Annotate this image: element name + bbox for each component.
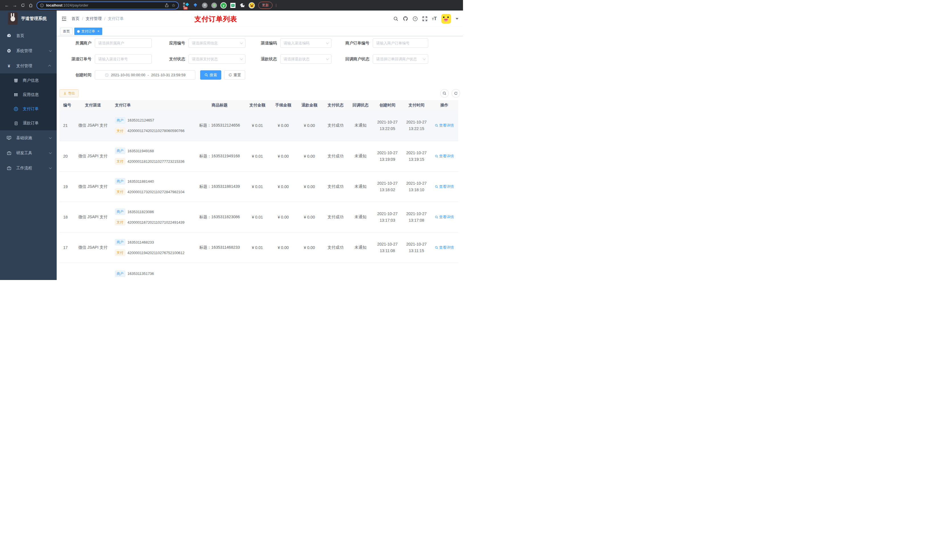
site-info-icon[interactable] [40, 3, 44, 8]
toggle-search-button[interactable] [440, 89, 449, 98]
channel-tag: 支付 [115, 158, 125, 165]
browser-update-button[interactable]: 更新 [258, 2, 272, 9]
pay-status-select[interactable]: 请选择支付状态 [189, 54, 245, 64]
field-label: 商户订单编号 [331, 41, 373, 46]
view-detail-link[interactable]: 查看详情 [435, 154, 454, 159]
table-row: 18 微信 JSAPI 支付 商户1635311823086 支付4200001… [59, 202, 458, 232]
logo-avatar [8, 12, 18, 25]
profile-avatar-icon[interactable] [248, 2, 255, 9]
tags-view-bar: 首页 支付订单 × [57, 27, 463, 36]
sidebar: 芋道管理系统 首页 系统管理 ¥ 支付管理 [0, 11, 57, 280]
sidebar-item-pay-order[interactable]: ¥ 支付订单 [0, 102, 57, 116]
bookmark-star-icon[interactable]: ☆ [172, 3, 176, 8]
github-icon[interactable] [403, 16, 408, 21]
extension-tiles-icon[interactable]: 10 [183, 2, 189, 9]
fullscreen-icon[interactable] [422, 16, 427, 21]
svg-text:¥: ¥ [15, 107, 17, 110]
gear-icon [6, 48, 11, 53]
field-label: 创建时间 [59, 72, 95, 78]
channel-tag: 支付 [115, 219, 125, 225]
sidebar-item-workflow[interactable]: 工作流程 [0, 160, 57, 175]
table-row: 21 微信 JSAPI 支付 商户1635312124657 支付4200001… [59, 110, 458, 141]
export-button[interactable]: 导出 [59, 89, 79, 97]
grid-icon [14, 92, 18, 97]
app-title: 芋道管理系统 [21, 16, 47, 21]
address-bar[interactable]: localhost:1024/pay/order ☆ [36, 2, 179, 9]
browser-back-button[interactable]: ← [3, 2, 11, 9]
chevron-down-icon [49, 151, 52, 154]
browser-home-button[interactable] [27, 2, 35, 9]
search-icon [435, 216, 438, 219]
view-detail-link[interactable]: 查看详情 [435, 214, 454, 220]
view-detail-link[interactable]: 查看详情 [435, 123, 454, 128]
date-start: 2021-10-01 00:00:00 [111, 73, 145, 77]
table-row: 19 微信 JSAPI 支付 商户1635311881440 支付4200001… [59, 171, 458, 202]
extension-y-icon[interactable]: y [220, 2, 227, 9]
extension-record-icon[interactable] [211, 2, 217, 9]
sidebar-item-home[interactable]: 首页 [0, 28, 57, 43]
table-header-row: 编号 支付渠道 支付订单 商品标题 支付金额 手续金额 退款金额 支付状态 回调… [59, 100, 458, 110]
field-label: 回调商户状态 [331, 57, 373, 62]
sidebar-item-pay[interactable]: ¥ 支付管理 [0, 58, 57, 73]
tab-home[interactable]: 首页 [60, 27, 73, 35]
extension-chat-icon[interactable] [230, 2, 236, 9]
font-size-icon[interactable]: TT [432, 16, 437, 22]
merchant-order-no-field[interactable] [376, 41, 425, 45]
browser-forward-button[interactable]: → [11, 2, 19, 9]
chevron-down-icon [49, 136, 52, 139]
view-detail-link[interactable]: 查看详情 [435, 245, 454, 250]
close-tab-icon[interactable]: × [97, 29, 99, 33]
reset-button[interactable]: 重置 [224, 70, 245, 80]
collapse-sidebar-icon[interactable] [61, 16, 67, 22]
monitor-icon [6, 136, 11, 140]
channel-order-no-input[interactable] [95, 54, 152, 64]
channel-tag: 支付 [115, 189, 125, 195]
channel-code-select[interactable]: 请输入渠道编码 [280, 38, 331, 48]
field-label: 应用编号 [152, 41, 189, 46]
breadcrumb-pay[interactable]: 支付管理 [86, 16, 101, 21]
channel-tag: 支付 [115, 128, 125, 134]
reload-icon [21, 3, 25, 8]
merchant-input[interactable] [95, 38, 152, 48]
refresh-list-button[interactable] [452, 89, 460, 98]
help-icon[interactable]: ? [413, 16, 418, 21]
share-icon[interactable] [165, 3, 169, 8]
sidebar-item-merchant-info[interactable]: 商户信息 [0, 73, 57, 88]
create-time-range-picker[interactable]: 2021-10-01 00:00:00 - 2021-10-31 23:59:5… [95, 70, 195, 80]
notify-status-select[interactable]: 请选择订单回调商户状态 [373, 54, 428, 64]
merchant-input-field[interactable] [98, 41, 148, 45]
sidebar-item-infra[interactable]: 基础设施 [0, 130, 57, 145]
app-select[interactable]: 请选择应用信息 [189, 38, 245, 48]
briefcase-icon [6, 151, 11, 155]
browser-menu-icon[interactable]: ⋮ [274, 3, 278, 8]
sidebar-logo[interactable]: 芋道管理系统 [0, 11, 57, 26]
yen-circle-icon: ¥ [14, 107, 18, 111]
header-search-icon[interactable] [393, 16, 398, 21]
channel-order-no-field[interactable] [98, 57, 148, 61]
extension-kite-icon[interactable] [192, 2, 198, 9]
breadcrumb: 首页 / 支付管理 / 支付订单 [71, 16, 124, 21]
avatar-dropdown-caret-icon[interactable] [455, 18, 458, 20]
view-detail-link[interactable]: 查看详情 [435, 184, 454, 189]
merchant-order-no-input[interactable] [373, 38, 428, 48]
user-avatar[interactable] [441, 14, 451, 24]
sidebar-item-devtools[interactable]: 研发工具 [0, 145, 57, 160]
refund-status-select[interactable]: 请选择退款状态 [280, 54, 331, 64]
search-icon [204, 73, 208, 77]
breadcrumb-home[interactable]: 首页 [71, 16, 79, 21]
table-row-partial: 商户1635311351736 [59, 263, 458, 280]
sidebar-item-refund-order[interactable]: 退款订单 [0, 116, 57, 130]
field-label: 渠道编码 [245, 41, 280, 46]
merchant-tag: 商户 [115, 208, 125, 215]
tab-pay-order[interactable]: 支付订单 × [74, 27, 102, 35]
sidebar-item-system[interactable]: 系统管理 [0, 43, 57, 58]
download-icon [63, 92, 67, 95]
merchant-tag: 商户 [115, 117, 125, 124]
page-title: 支付订单列表 [195, 15, 237, 24]
browser-reload-button[interactable] [19, 2, 27, 9]
search-button[interactable]: 搜索 [200, 70, 221, 80]
chevron-down-icon [423, 57, 426, 60]
sidebar-item-app-info[interactable]: 应用信息 [0, 88, 57, 102]
extension-command-icon[interactable]: ⌘ [201, 2, 208, 9]
extensions-puzzle-icon[interactable] [239, 2, 245, 9]
